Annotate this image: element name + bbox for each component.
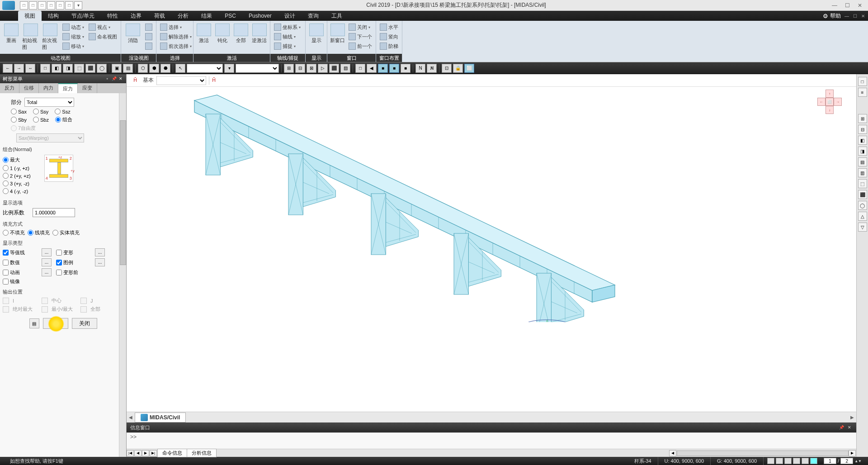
tool-btn[interactable]: ⬡ [138, 64, 148, 73]
tool-btn[interactable]: ⬣ [160, 64, 170, 73]
pan-button[interactable]: 移动▾ [61, 42, 86, 51]
tool-btn[interactable]: ⬛ [85, 64, 95, 73]
tab-tools[interactable]: 工具 [325, 11, 349, 21]
tool-btn[interactable]: N̸ [427, 64, 437, 73]
inverse-activate-button[interactable]: 逆激活 [250, 23, 268, 45]
tab-properties[interactable]: 特性 [101, 11, 124, 21]
display-button[interactable]: 显示 [307, 23, 325, 45]
scale-input[interactable] [33, 208, 75, 217]
radio-c3[interactable]: 3 (+y, -z) [3, 180, 29, 186]
rt-btn[interactable]: ◨ [858, 147, 867, 156]
tree-tab-stress[interactable]: 应力 [58, 83, 78, 93]
rt-btn[interactable]: ▽ [858, 223, 867, 232]
coord-button[interactable]: 坐标系▾ [272, 23, 302, 32]
table-icon-button[interactable]: ▤ [29, 318, 39, 328]
check-mirror[interactable]: 镜像 [3, 278, 39, 285]
mdi-restore[interactable]: ☐ [852, 13, 858, 19]
named-view-button[interactable]: 命名视图 [87, 32, 119, 41]
rt-btn[interactable]: ▤ [858, 157, 867, 166]
maximize-button[interactable]: ☐ [843, 2, 852, 9]
tab-load[interactable]: 荷载 [148, 11, 171, 21]
minimize-button[interactable]: — [830, 2, 839, 9]
close-panel-button[interactable]: 关闭 [72, 318, 97, 329]
snap-button[interactable]: 捕捉▾ [272, 42, 302, 51]
tile-h-button[interactable]: 水平 [378, 23, 400, 32]
check-undeformed[interactable]: 变形前 [56, 269, 92, 276]
status-btn[interactable] [767, 458, 774, 464]
cmd-nav-next[interactable]: ▶ [142, 450, 149, 456]
tool-btn[interactable]: ▣ [112, 64, 122, 73]
tool-btn[interactable]: ◯ [97, 64, 107, 73]
tab-psc[interactable]: PSC [218, 11, 242, 20]
tool-btn[interactable]: □ [355, 64, 365, 73]
activate-button[interactable]: 激活 [195, 23, 213, 45]
cascade-button[interactable]: 阶梯 [378, 42, 400, 51]
cmd-tab-analysis[interactable]: 分析信息 [187, 449, 217, 457]
tab-structure[interactable]: 结构 [42, 11, 65, 21]
doc-tab-next[interactable]: ▶ [848, 415, 856, 420]
tool-combo[interactable] [187, 64, 223, 73]
check-contour[interactable]: 等值线 [3, 249, 39, 256]
rt-btn[interactable]: ◧ [858, 136, 867, 145]
render-opt-1[interactable] [143, 23, 154, 32]
view-mode-select[interactable] [156, 76, 206, 85]
tree-close-icon[interactable]: ✕ [118, 76, 123, 81]
grid-button[interactable]: 轴线▾ [272, 32, 302, 41]
render-opt-3[interactable] [143, 42, 154, 51]
tool-btn[interactable]: ■ [378, 64, 388, 73]
redraw-button[interactable]: 重画 [2, 23, 20, 45]
tree-pin-icon[interactable]: ▫ [104, 76, 110, 81]
tab-results[interactable]: 结果 [195, 11, 218, 21]
tool-btn[interactable]: ■ [389, 64, 399, 73]
tool-btn[interactable]: N [415, 64, 425, 73]
page-current[interactable] [824, 458, 836, 464]
tool-btn[interactable]: ⊠ [307, 64, 316, 73]
tab-query[interactable]: 查询 [302, 11, 325, 21]
radio-c2[interactable]: 2 (+y, +z) [3, 173, 31, 179]
inactivate-button[interactable]: 钝化 [214, 23, 231, 45]
tool-btn[interactable]: ↔ [25, 64, 35, 73]
tab-boundary[interactable]: 边界 [124, 11, 148, 21]
doc-tab[interactable]: MIDAS/Civil [135, 413, 186, 422]
page-spinner[interactable]: ▲▼ [854, 459, 862, 463]
hidden-button[interactable]: 消隐 [123, 23, 142, 45]
rt-btn[interactable]: ⊞ [858, 114, 867, 123]
tool-btn[interactable]: → [14, 64, 24, 73]
radio-linefill[interactable]: 线填充 [28, 229, 50, 236]
tab-design[interactable]: 设计 [278, 11, 302, 21]
qat-btn[interactable]: □ [38, 1, 46, 9]
tree-tab-reaction[interactable]: 反力 [0, 83, 19, 93]
tree-tab-strain[interactable]: 应变 [78, 83, 97, 93]
status-btn[interactable] [793, 458, 800, 464]
mdi-close[interactable]: ✕ [860, 13, 866, 19]
radio-combined[interactable]: 组合 [55, 116, 72, 123]
tool-btn[interactable]: ⬜ [464, 64, 474, 73]
close-button[interactable]: ✕ [855, 2, 864, 9]
tool-btn[interactable]: ◧ [52, 64, 61, 73]
check-animate[interactable]: 动画 [3, 269, 39, 276]
status-btn[interactable] [802, 458, 809, 464]
status-btn[interactable] [810, 458, 817, 464]
tool-btn[interactable]: ▤ [123, 64, 133, 73]
tool-combo-2[interactable] [236, 64, 279, 73]
tree-tab-force[interactable]: 内力 [39, 83, 58, 93]
cmd-nav-prev[interactable]: ◀ [134, 450, 142, 456]
check-deform[interactable]: 变形 [56, 249, 92, 256]
tile-v-button[interactable]: 竖向 [378, 32, 400, 41]
msg-pin-icon[interactable]: 📌 [838, 424, 844, 431]
orientation-cube[interactable]: ↑ ←⬜→ ↓ [817, 90, 843, 115]
next-window-button[interactable]: 下一个 [347, 32, 374, 41]
tool-btn[interactable]: ⬢ [149, 64, 159, 73]
unselect-button[interactable]: 解除选择▾ [158, 32, 193, 41]
radio-sby[interactable]: Sby [11, 117, 27, 123]
status-btn[interactable] [776, 458, 783, 464]
initial-view-button[interactable]: 初始视图 [21, 23, 40, 52]
rt-btn[interactable]: □ [858, 77, 867, 86]
radio-c4[interactable]: 4 (-y, -z) [3, 188, 28, 194]
radio-solidfill[interactable]: 实体填充 [52, 229, 80, 236]
rt-btn[interactable]: ▥ [858, 168, 867, 177]
tool-btn[interactable]: ⬚ [74, 64, 84, 73]
tool-btn[interactable]: ▨ [340, 64, 350, 73]
rt-btn[interactable]: ⬚ [858, 179, 867, 188]
tool-btn[interactable]: ⊟ [295, 64, 305, 73]
